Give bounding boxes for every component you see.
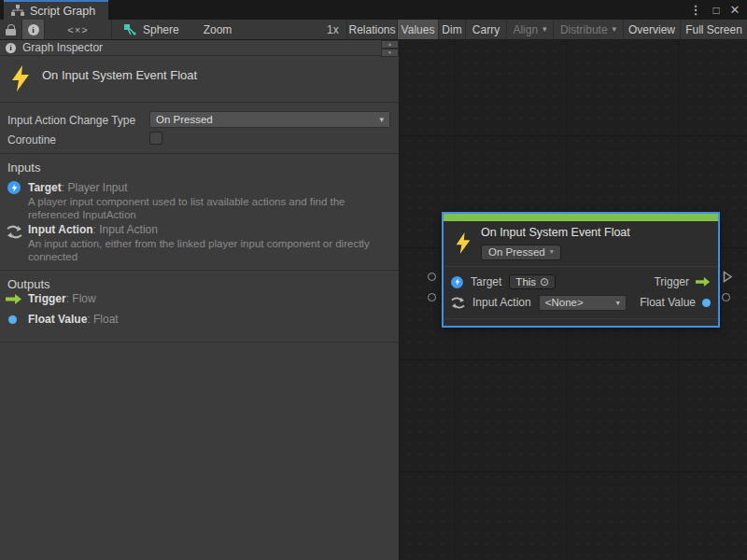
output-port-trigger-connector[interactable] (723, 271, 733, 283)
graph-canvas[interactable]: On Input System Event Float On Pressed ▾… (400, 40, 747, 560)
graph-toolbar: i <×> Sphere Zoom 1x Relations Values Di… (0, 20, 747, 40)
flow-arrow-icon (6, 294, 22, 304)
input-item-target-desc: A player input component used to list av… (28, 195, 388, 221)
port-label-float-value: Float Value (640, 296, 696, 309)
section-divider (0, 342, 399, 343)
window-menu-icon[interactable]: ⋮ (687, 0, 704, 20)
info-icon: i (28, 24, 39, 35)
field-label-coroutine: Coroutine (7, 133, 56, 147)
inspector-scroll-spinners: ▲ ▼ (381, 40, 399, 57)
graph-inspector-panel: i Graph Inspector ▸] ▲ ▼ On Input System… (0, 40, 400, 560)
graph-asset-icon (123, 23, 136, 36)
node-mode-dropdown[interactable]: On Pressed ▾ (481, 245, 561, 260)
window-maximize-icon[interactable]: □ (708, 0, 725, 20)
graph-owner-label: Sphere (143, 23, 179, 36)
input-item-action-desc: An input action, either from the linked … (28, 237, 388, 263)
lock-icon (6, 24, 16, 35)
carry-button[interactable]: Carry (466, 20, 507, 39)
port-label-target: Target (471, 275, 501, 288)
dim-button[interactable]: Dim (439, 20, 466, 39)
port-label-input-action: Input Action (472, 296, 531, 309)
caret-down-icon: ▾ (379, 115, 384, 124)
player-input-icon (451, 276, 463, 288)
caret-down-icon: ▾ (550, 248, 554, 256)
node-body: Target This ⊙ Trigger Input Acti (444, 267, 718, 318)
graph-owner-breadcrumb[interactable]: Sphere (123, 20, 207, 39)
lock-button[interactable] (0, 20, 22, 39)
input-item-target: Target: Player Input (28, 181, 128, 194)
overview-button[interactable]: Overview (624, 20, 681, 39)
unit-title-block: On Input System Event Float (0, 56, 399, 103)
output-item-float: Float Value: Float (28, 313, 119, 326)
preview-code-button[interactable]: <×> (45, 20, 112, 39)
unit-title: On Input System Event Float (42, 68, 197, 82)
output-item-trigger: Trigger: Flow (28, 292, 96, 305)
scroll-up-button[interactable]: ▲ (381, 40, 399, 49)
node-event-bar (444, 214, 718, 221)
input-port-target-connector[interactable] (428, 273, 436, 281)
change-type-dropdown[interactable]: On Pressed ▾ (149, 111, 390, 128)
node-header[interactable]: On Input System Event Float On Pressed ▾ (444, 221, 718, 267)
zoom-label: Zoom (202, 20, 233, 39)
coroutine-checkbox[interactable] (149, 132, 162, 145)
float-dot-icon (8, 315, 17, 324)
inspector-title: Graph Inspector (22, 41, 377, 54)
caret-down-icon: ▾ (616, 299, 620, 307)
input-action-icon (451, 297, 465, 309)
input-action-dropdown[interactable]: <None> ▾ (539, 295, 627, 311)
field-label-change-type: Input Action Change Type (7, 114, 135, 127)
node-on-input-system-event-float[interactable]: On Input System Event Float On Pressed ▾… (442, 212, 720, 328)
node-title: On Input System Event Float (481, 226, 630, 239)
flow-arrow-icon (696, 277, 711, 287)
event-bolt-icon (455, 231, 472, 255)
section-divider (0, 270, 399, 271)
input-port-action-connector[interactable] (428, 293, 436, 301)
caret-down-icon: ▾ (543, 25, 547, 34)
full-screen-button[interactable]: Full Screen (681, 20, 747, 39)
inspect-toggle-button[interactable]: i (22, 20, 45, 39)
inputs-heading: Inputs (7, 161, 40, 175)
graph-inspector-header: i Graph Inspector ▸] (0, 40, 399, 56)
tab-script-graph[interactable]: Script Graph (4, 0, 108, 20)
port-label-trigger: Trigger (654, 275, 689, 288)
player-input-icon (7, 181, 21, 194)
distribute-button[interactable]: Distribute▾ (554, 20, 624, 39)
input-item-action: Input Action: Input Action (28, 223, 158, 236)
values-button[interactable]: Values (398, 20, 439, 39)
relations-button[interactable]: Relations (347, 20, 398, 39)
window-tab-bar: Script Graph ⋮ □ ✕ (0, 0, 747, 20)
outputs-heading: Outputs (7, 277, 50, 291)
code-icon: <×> (67, 24, 88, 35)
script-graph-icon (11, 5, 24, 17)
tab-label: Script Graph (30, 5, 95, 18)
output-port-float-connector[interactable] (722, 293, 730, 301)
float-dot-icon (702, 299, 711, 307)
input-action-icon (7, 225, 22, 239)
event-bolt-icon (10, 64, 31, 92)
info-icon: i (6, 43, 16, 53)
window-close-icon[interactable]: ✕ (726, 0, 743, 20)
change-type-value: On Pressed (156, 114, 213, 125)
section-divider (0, 153, 399, 154)
target-this-button[interactable]: This ⊙ (509, 274, 556, 289)
crosshair-icon: ⊙ (540, 276, 549, 287)
node-footer (444, 318, 718, 326)
caret-down-icon: ▾ (613, 25, 617, 34)
zoom-value: 1x (327, 20, 339, 39)
align-button[interactable]: Align▾ (507, 20, 554, 39)
